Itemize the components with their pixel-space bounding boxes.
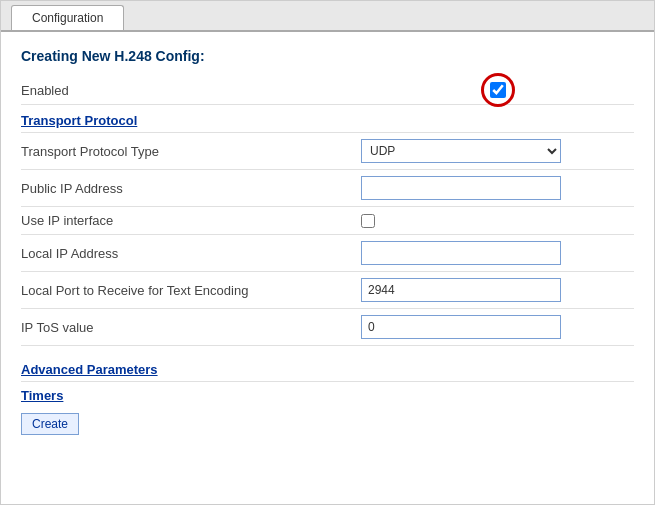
public-ip-input[interactable] (361, 176, 561, 200)
public-ip-row: Public IP Address (21, 170, 634, 207)
use-ip-interface-label: Use IP interface (21, 213, 361, 228)
local-port-row: Local Port to Receive for Text Encoding (21, 272, 634, 309)
timers-header: Timers (21, 382, 634, 409)
main-window: Configuration Creating New H.248 Config:… (0, 0, 655, 505)
enabled-checkbox[interactable] (490, 82, 506, 98)
local-ip-label: Local IP Address (21, 246, 361, 261)
public-ip-label: Public IP Address (21, 181, 361, 196)
transport-protocol-type-control: UDP TCP TLS (361, 139, 634, 163)
page-title: Creating New H.248 Config: (21, 48, 634, 64)
ip-tos-control (361, 315, 634, 339)
ip-tos-label: IP ToS value (21, 320, 361, 335)
ip-tos-input[interactable] (361, 315, 561, 339)
transport-protocol-type-label: Transport Protocol Type (21, 144, 361, 159)
advanced-parameters-header: Advanced Parameters (21, 354, 634, 382)
transport-protocol-type-select[interactable]: UDP TCP TLS (361, 139, 561, 163)
transport-protocol-header: Transport Protocol (21, 105, 634, 133)
use-ip-interface-checkbox[interactable] (361, 214, 375, 228)
tab-bar: Configuration (1, 1, 654, 32)
enabled-label: Enabled (21, 83, 361, 98)
transport-protocol-type-row: Transport Protocol Type UDP TCP TLS (21, 133, 634, 170)
use-ip-interface-control (361, 214, 634, 228)
content-area: Creating New H.248 Config: Enabled Trans… (1, 32, 654, 451)
local-ip-control (361, 241, 634, 265)
local-port-label: Local Port to Receive for Text Encoding (21, 283, 361, 298)
enabled-row: Enabled (21, 76, 634, 105)
use-ip-interface-row: Use IP interface (21, 207, 634, 235)
ip-tos-row: IP ToS value (21, 309, 634, 346)
local-ip-input[interactable] (361, 241, 561, 265)
create-button[interactable]: Create (21, 413, 79, 435)
tab-configuration[interactable]: Configuration (11, 5, 124, 30)
local-port-control (361, 278, 634, 302)
local-ip-row: Local IP Address (21, 235, 634, 272)
public-ip-control (361, 176, 634, 200)
enabled-checkbox-wrapper (361, 82, 634, 98)
local-port-input[interactable] (361, 278, 561, 302)
